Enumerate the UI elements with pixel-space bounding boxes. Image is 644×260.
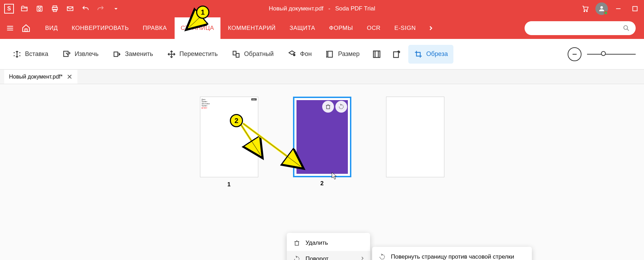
avatar-icon xyxy=(595,2,608,15)
page-delete-button[interactable] xyxy=(322,101,334,113)
svg-rect-32 xyxy=(326,105,329,109)
zoom-control: − xyxy=(568,47,636,61)
print-button[interactable] xyxy=(49,2,61,15)
doc-tab-area: Новый документ.pdf* ✕ xyxy=(0,70,644,84)
s-logo: S xyxy=(4,4,14,14)
crop-icon xyxy=(414,50,423,59)
undo-icon xyxy=(82,5,89,13)
mail-icon xyxy=(66,5,74,13)
tool-move[interactable]: Переместить xyxy=(161,45,223,64)
ctx-rotate[interactable]: Поворот xyxy=(287,251,370,260)
maximize-button[interactable] xyxy=(629,2,641,15)
tool-size[interactable]: Размер xyxy=(320,45,365,64)
export-icon xyxy=(392,49,402,59)
tool-export[interactable] xyxy=(388,46,405,63)
page-thumb-3[interactable] xyxy=(386,97,444,177)
context-menu: Удалить Поворот Извлечь Печать xyxy=(287,233,370,260)
doc-tab[interactable]: Новый документ.pdf* ✕ xyxy=(4,70,77,84)
annotation-marker-2: 2 xyxy=(230,114,243,127)
tool-background[interactable]: Фон xyxy=(282,45,317,64)
dropdown-button[interactable] xyxy=(110,2,122,15)
replace-icon xyxy=(112,50,122,59)
search-input[interactable] xyxy=(530,25,622,31)
chevron-down-icon xyxy=(112,5,120,13)
app-logo[interactable]: S xyxy=(3,2,15,15)
tool-replace[interactable]: Заменить xyxy=(107,45,159,64)
svg-point-9 xyxy=(600,6,603,9)
tool-extract[interactable]: Извлечь xyxy=(57,45,104,64)
svg-rect-1 xyxy=(38,6,41,8)
zoom-thumb[interactable] xyxy=(601,51,606,56)
svg-point-8 xyxy=(586,11,587,12)
toolbar: Вставка Извлечь Заменить Переместить Обр… xyxy=(0,39,644,70)
save-icon xyxy=(36,5,43,13)
home-icon xyxy=(22,24,31,33)
svg-point-7 xyxy=(584,11,585,12)
ctx-delete[interactable]: Удалить xyxy=(287,235,370,251)
menu-protect[interactable]: ЗАЩИТА xyxy=(283,17,321,39)
home-button[interactable] xyxy=(19,21,33,35)
title-bar-left: S xyxy=(3,2,122,15)
minimize-button[interactable] xyxy=(612,2,625,15)
menu-comment[interactable]: КОММЕНТАРИЙ xyxy=(222,17,282,39)
menu-forms[interactable]: ФОРМЫ xyxy=(323,17,359,39)
minimize-icon xyxy=(614,5,622,13)
page-rotate-button[interactable] xyxy=(335,101,347,113)
ctx-rotate-ccw[interactable]: Повернуть страницу против часовой стрелк… xyxy=(372,249,532,260)
search-box[interactable] xyxy=(525,21,636,35)
menu-bar: ВИД КОНВЕРТИРОВАТЬ ПРАВКА СТРАНИЦА КОММЕ… xyxy=(0,17,644,39)
workspace: Датаlabel ПриветЗаголовокПривет ■ текст … xyxy=(0,84,644,260)
insert-icon xyxy=(12,50,22,59)
chevron-right-icon xyxy=(427,25,434,32)
annotation-marker-1: 1 xyxy=(196,6,209,19)
rotate-icon xyxy=(338,104,344,110)
maximize-icon xyxy=(631,5,639,13)
tool-reverse[interactable]: Обратный xyxy=(226,45,279,64)
rotate-ccw-icon xyxy=(293,255,301,260)
context-submenu: Повернуть страницу против часовой стрелк… xyxy=(372,247,532,260)
menu-edit[interactable]: ПРАВКА xyxy=(136,17,173,39)
page1-content: Датаlabel ПриветЗаголовокПривет ■ текст xyxy=(200,97,258,110)
account-button[interactable] xyxy=(595,2,608,15)
menu-page[interactable]: СТРАНИЦА xyxy=(175,17,220,39)
print-icon xyxy=(51,5,59,13)
tool-insert[interactable]: Вставка xyxy=(7,45,54,64)
svg-point-16 xyxy=(624,26,628,30)
svg-rect-11 xyxy=(633,7,637,11)
cart-button[interactable] xyxy=(579,2,591,15)
reverse-icon xyxy=(232,50,241,59)
email-button[interactable] xyxy=(64,2,76,15)
menu-convert[interactable]: КОНВЕРТИРОВАТЬ xyxy=(66,17,135,39)
svg-rect-28 xyxy=(373,51,380,57)
undo-button[interactable] xyxy=(79,2,92,15)
hamburger-menu[interactable] xyxy=(3,21,17,35)
svg-rect-15 xyxy=(25,29,27,32)
extract-icon xyxy=(62,50,71,59)
size-icon xyxy=(326,50,335,59)
menu-more[interactable] xyxy=(424,21,438,35)
menu-ocr[interactable]: OCR xyxy=(361,17,387,39)
cursor-icon xyxy=(331,172,338,180)
page-actions xyxy=(322,101,347,113)
svg-rect-24 xyxy=(236,53,239,57)
svg-rect-26 xyxy=(328,51,332,57)
rotate-ccw-icon xyxy=(378,253,386,260)
tool-margins[interactable] xyxy=(368,46,385,63)
search-icon xyxy=(622,24,630,32)
page-thumb-1[interactable]: Датаlabel ПриветЗаголовокПривет ■ текст … xyxy=(200,97,258,177)
page-thumb-2[interactable]: 2 xyxy=(293,97,351,177)
save-button[interactable] xyxy=(33,2,46,15)
tool-crop[interactable]: Обреза xyxy=(408,45,453,64)
redo-button[interactable] xyxy=(94,2,107,15)
zoom-out-button[interactable]: − xyxy=(568,47,582,61)
svg-point-2 xyxy=(39,9,41,11)
folder-open-icon xyxy=(20,5,28,13)
zoom-slider[interactable] xyxy=(587,54,636,55)
open-button[interactable] xyxy=(18,2,31,15)
menu-view[interactable]: ВИД xyxy=(39,17,64,39)
title-bar: S Новый документ.pdf - Soda PDF Trial xyxy=(0,0,644,17)
svg-rect-20 xyxy=(114,52,118,56)
menu-esign[interactable]: E-SIGN xyxy=(388,17,422,39)
svg-rect-35 xyxy=(295,242,299,245)
doc-tab-close[interactable]: ✕ xyxy=(67,73,73,81)
